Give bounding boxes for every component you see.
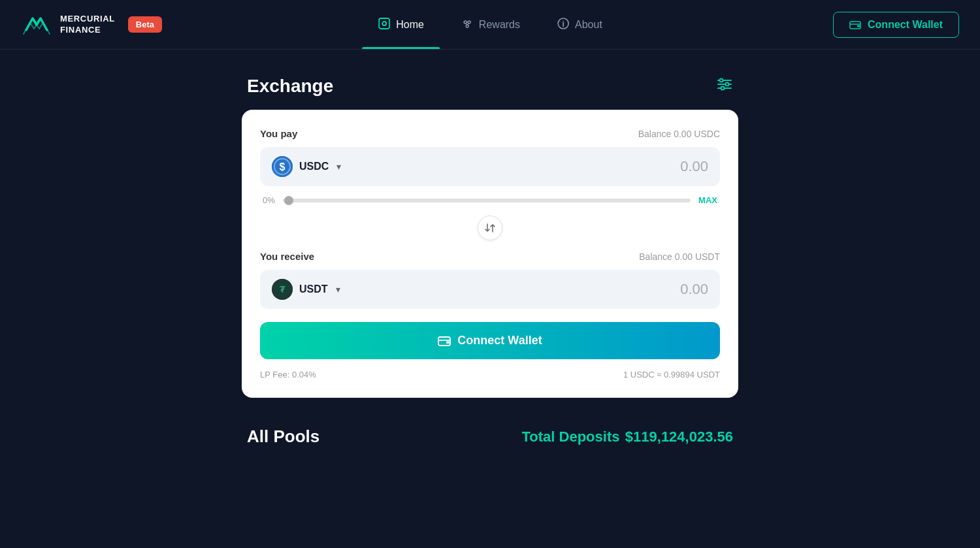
svg-point-1 — [382, 22, 386, 25]
nav-item-home[interactable]: Home — [362, 0, 440, 49]
pay-token-chevron: ▾ — [336, 161, 341, 172]
receive-token-name: USDT — [299, 283, 328, 295]
logo-icon — [21, 9, 52, 40]
you-pay-label: You pay — [260, 128, 297, 139]
exchange-card: You pay Balance 0.00 USDC $ USDC ▾ 0.00 — [242, 110, 738, 398]
rewards-label: Rewards — [479, 19, 520, 31]
svg-rect-24 — [446, 341, 449, 344]
all-pools-title: All Pools — [247, 427, 319, 447]
about-label: About — [575, 19, 602, 31]
you-receive-header: You receive Balance 0.00 USDT — [260, 251, 720, 262]
exchange-title: Exchange — [247, 76, 333, 97]
receive-amount: 0.00 — [680, 281, 708, 298]
slider-track[interactable] — [283, 199, 691, 202]
beta-badge: Beta — [128, 16, 162, 33]
svg-point-4 — [466, 25, 468, 27]
all-pools-section: All Pools Total Deposits $119,124,023.56 — [242, 427, 738, 447]
slider-row: 0% MAX — [260, 195, 720, 205]
connect-wallet-label: Connect Wallet — [868, 19, 943, 31]
wallet-main-icon — [438, 334, 451, 347]
svg-point-15 — [720, 79, 723, 82]
exchange-container: Exchange You pay Balance 0.00 USDC — [242, 76, 738, 398]
exchange-header: Exchange — [242, 76, 738, 97]
total-deposits-value: $119,124,023.56 — [625, 428, 733, 445]
receive-balance: Balance 0.00 USDT — [639, 251, 720, 262]
rewards-icon — [461, 17, 474, 33]
settings-icon[interactable] — [716, 76, 733, 97]
nav-item-rewards[interactable]: Rewards — [445, 0, 536, 49]
you-pay-header: You pay Balance 0.00 USDC — [260, 128, 720, 139]
fee-row: LP Fee: 0.04% 1 USDC ≈ 0.99894 USDT — [260, 370, 720, 379]
receive-token-row: ₮ USDT ▾ 0.00 — [260, 270, 720, 309]
pay-amount: 0.00 — [680, 158, 708, 175]
lp-fee: LP Fee: 0.04% — [260, 370, 316, 379]
usdt-icon: ₮ — [272, 279, 293, 300]
slider-thumb — [284, 196, 293, 205]
pay-balance: Balance 0.00 USDC — [638, 129, 720, 139]
total-deposits-label: Total Deposits — [522, 428, 620, 445]
navbar: MERCURIAL FINANCE Beta Home — [0, 0, 980, 50]
max-button[interactable]: MAX — [698, 195, 717, 205]
pay-token-name: USDC — [299, 161, 329, 172]
svg-rect-0 — [379, 18, 389, 29]
about-icon: i — [557, 17, 570, 33]
nav-links: Home Rewards i Ab — [362, 0, 618, 49]
receive-token-selector[interactable]: ₮ USDT ▾ — [272, 279, 340, 300]
total-deposits: Total Deposits $119,124,023.56 — [522, 428, 733, 445]
svg-rect-11 — [857, 25, 860, 27]
main-content: Exchange You pay Balance 0.00 USDC — [0, 50, 980, 447]
home-icon — [378, 17, 391, 33]
receive-token-chevron: ▾ — [336, 284, 340, 295]
brand-name: MERCURIAL FINANCE — [60, 14, 115, 36]
connect-wallet-button[interactable]: Connect Wallet — [833, 12, 959, 38]
you-receive-label: You receive — [260, 251, 314, 262]
svg-text:i: i — [562, 20, 564, 29]
svg-text:₮: ₮ — [280, 285, 286, 295]
svg-point-17 — [721, 87, 725, 90]
connect-wallet-main-button[interactable]: Connect Wallet — [260, 322, 720, 359]
slider-percent: 0% — [263, 195, 275, 205]
logo-area: MERCURIAL FINANCE Beta — [21, 9, 162, 40]
nav-item-about[interactable]: i About — [541, 0, 618, 49]
swap-button[interactable] — [478, 216, 502, 240]
connect-wallet-main-label: Connect Wallet — [457, 334, 542, 347]
exchange-rate: 1 USDC ≈ 0.99894 USDT — [623, 370, 720, 379]
home-label: Home — [396, 19, 424, 31]
pay-token-row: $ USDC ▾ 0.00 — [260, 147, 720, 186]
pay-token-selector[interactable]: $ USDC ▾ — [272, 156, 341, 177]
usdc-icon: $ — [272, 156, 293, 177]
svg-text:$: $ — [280, 161, 286, 172]
svg-point-16 — [726, 83, 729, 86]
swap-arrows-icon — [484, 222, 496, 234]
wallet-icon — [849, 19, 861, 31]
